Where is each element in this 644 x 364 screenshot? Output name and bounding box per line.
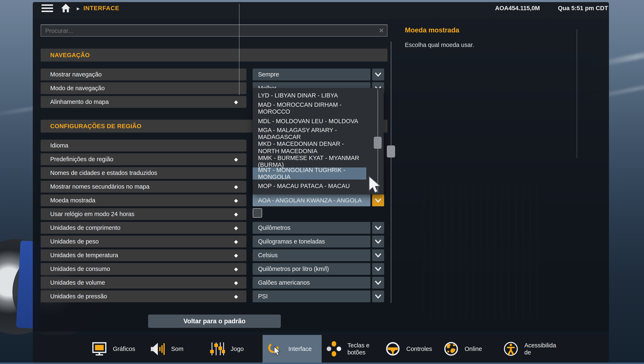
setting-label-currency[interactable]: Moeda mostrada bbox=[41, 195, 246, 206]
tab-label: Acessibilida bbox=[524, 342, 556, 349]
dropdown-scrollbar-thumb[interactable] bbox=[374, 137, 382, 149]
setting-label-consumption-units[interactable]: Unidades de consumo bbox=[41, 263, 246, 275]
setting-label-text: Modo de navegação bbox=[50, 85, 105, 92]
scene-bottom-stripe bbox=[0, 362, 644, 364]
volume-units-select[interactable]: Galões americanos bbox=[252, 277, 370, 289]
clear-search-icon[interactable]: ✕ bbox=[378, 27, 384, 35]
antenna-line bbox=[576, 29, 577, 158]
breadcrumb: INTERFACE bbox=[84, 5, 119, 12]
select-value: AOA - ANGOLAN KWANZA - ANGOLA bbox=[258, 197, 362, 204]
tab-interface[interactable]: Interface bbox=[262, 335, 322, 363]
diamond-icon: ◆ bbox=[232, 249, 240, 261]
pressure-units-select-button[interactable] bbox=[372, 290, 384, 302]
length-units-select-button[interactable] bbox=[372, 222, 384, 234]
tab-teclas-e-botoes[interactable]: Teclas e botões bbox=[326, 335, 370, 363]
volume-units-select-button[interactable] bbox=[372, 277, 384, 289]
setting-label-text: Usar relógio em modo 24 horas bbox=[50, 211, 134, 218]
tab-acessibilidade[interactable]: Acessibilida de bbox=[503, 335, 556, 363]
setting-label-text: Unidades de temperatura bbox=[50, 252, 118, 259]
tab-label: de bbox=[524, 349, 556, 356]
menu-bar bbox=[42, 11, 53, 12]
currency-option[interactable]: MDL - MOLDOVAN LEU - MOLDOVA bbox=[252, 115, 366, 128]
diamond-icon: ◆ bbox=[232, 181, 240, 193]
tab-graficos[interactable]: Gráficos bbox=[91, 335, 135, 363]
setting-label-weight-units[interactable]: Unidades de peso bbox=[41, 236, 246, 247]
currency-option[interactable]: MKD - MACEDONIAN DENAR - NORTH MACEDONIA bbox=[252, 140, 366, 155]
diamond-icon: ◆ bbox=[232, 195, 240, 206]
diamond-icon: ◆ bbox=[232, 290, 240, 302]
setting-label-24h-clock[interactable]: Usar relógio em modo 24 horas bbox=[41, 208, 246, 220]
currency-option-highlighted[interactable]: MNT - MONGOLIAN TUGHRIK - MONGOLIA bbox=[252, 167, 366, 179]
tab-label: Jogo bbox=[231, 345, 244, 352]
setting-label-region-presets[interactable]: Predefinições de região bbox=[41, 153, 246, 165]
tab-jogo[interactable]: Jogo bbox=[209, 335, 244, 363]
side-panel-title: Moeda mostrada bbox=[405, 26, 459, 34]
diamond-icon: ◆ bbox=[232, 153, 240, 165]
page-scrollbar-track[interactable] bbox=[391, 42, 392, 303]
currency-option[interactable]: MGA - MALAGASY ARIARY - MADAGASCAR bbox=[252, 128, 366, 140]
currency-select[interactable]: AOA - ANGOLAN KWANZA - ANGOLA bbox=[252, 195, 370, 206]
tab-controles[interactable]: Controles bbox=[385, 335, 432, 363]
setting-label-temp-units[interactable]: Unidades de temperatura bbox=[41, 249, 246, 261]
setting-label-text: Moeda mostrada bbox=[50, 197, 96, 204]
temp-units-select[interactable]: Celsius bbox=[252, 249, 370, 261]
setting-label-map-align[interactable]: Alinhamento do mapa bbox=[41, 96, 246, 108]
consumption-units-select-button[interactable] bbox=[372, 263, 384, 275]
currency-dropdown-list: LYD - LIBYAN DINAR - LIBYA MAD - MOROCCA… bbox=[252, 88, 384, 195]
setting-label-text: Nomes de cidades e estados traduzidos bbox=[50, 169, 157, 176]
setting-label-length-units[interactable]: Unidades de comprimento bbox=[41, 222, 246, 234]
show-nav-select-button[interactable] bbox=[372, 69, 384, 80]
tab-online[interactable]: Online bbox=[443, 335, 482, 363]
select-value: PSI bbox=[258, 293, 268, 300]
currency-option[interactable]: MMK - BURMESE KYAT - MYANMAR (BURMA) bbox=[252, 155, 366, 167]
monitor-icon bbox=[91, 341, 108, 357]
setting-label-language[interactable]: Idioma bbox=[41, 140, 246, 151]
weight-units-select[interactable]: Quilogramas e toneladas bbox=[252, 236, 370, 247]
settings-tab-bar: Gráficos Som Jogo bbox=[33, 335, 609, 363]
tab-label: Online bbox=[464, 345, 482, 352]
menu-icon[interactable] bbox=[42, 4, 53, 12]
weight-units-select-button[interactable] bbox=[372, 236, 384, 247]
tab-som[interactable]: Som bbox=[150, 335, 184, 363]
search-input[interactable] bbox=[45, 25, 369, 37]
setting-label-volume-units[interactable]: Unidades de volume bbox=[41, 277, 246, 289]
setting-label-secondary-names[interactable]: Mostrar nomes secundários no mapa bbox=[41, 181, 246, 193]
diamond-icon: ◆ bbox=[232, 222, 240, 234]
setting-label-nav-mode[interactable]: Modo de navegação bbox=[41, 82, 246, 94]
globe-icon bbox=[443, 341, 459, 357]
menu-bar bbox=[42, 4, 53, 6]
tab-label: Teclas e bbox=[348, 342, 370, 349]
menu-bar bbox=[42, 8, 53, 9]
24h-clock-checkbox[interactable] bbox=[252, 208, 262, 218]
side-panel-description: Escolha qual moeda usar. bbox=[405, 42, 474, 48]
setting-label-pressure-units[interactable]: Unidades de pressão bbox=[41, 290, 246, 302]
setting-label-show-nav[interactable]: Mostrar navegação bbox=[41, 69, 246, 80]
diamond-icon: ◆ bbox=[232, 236, 240, 247]
temp-units-select-button[interactable] bbox=[372, 249, 384, 261]
tab-label: Controles bbox=[406, 345, 432, 352]
consumption-units-select[interactable]: Quilômetros por litro (km/l) bbox=[252, 263, 370, 275]
tab-label: Interface bbox=[288, 345, 312, 352]
currency-option[interactable]: LYD - LIBYAN DINAR - LIBYA bbox=[252, 89, 366, 102]
currency-option[interactable]: MOP - MACAU PATACA - MACAU bbox=[252, 179, 366, 192]
show-nav-select[interactable]: Sempre bbox=[252, 69, 370, 80]
chevron-down-icon bbox=[374, 70, 382, 79]
home-button[interactable] bbox=[60, 3, 71, 13]
select-value: Celsius bbox=[258, 252, 278, 259]
reset-to-default-button[interactable]: Voltar para o padrão bbox=[148, 314, 281, 328]
select-value: Sempre bbox=[258, 71, 279, 78]
player-money: AOA454.115,0M bbox=[495, 5, 540, 12]
pressure-units-select[interactable]: PSI bbox=[252, 290, 370, 302]
mouse-cursor bbox=[368, 175, 382, 196]
steering-wheel-icon bbox=[385, 341, 401, 357]
diamond-icon: ◆ bbox=[232, 277, 240, 289]
setting-label-translated-names[interactable]: Nomes de cidades e estados traduzidos bbox=[41, 167, 246, 179]
home-icon bbox=[60, 3, 71, 13]
breadcrumb-arrow-icon: ▸ bbox=[77, 5, 80, 12]
setting-label-text: Unidades de pressão bbox=[50, 293, 107, 300]
select-value: Quilogramas e toneladas bbox=[258, 238, 325, 245]
length-units-select[interactable]: Quilômetros bbox=[252, 222, 370, 234]
setting-label-text: Mostrar nomes secundários no mapa bbox=[50, 183, 150, 190]
page-scrollbar-thumb[interactable] bbox=[387, 145, 395, 157]
currency-option[interactable]: MAD - MOROCCAN DIRHAM - MOROCCO bbox=[252, 102, 366, 115]
